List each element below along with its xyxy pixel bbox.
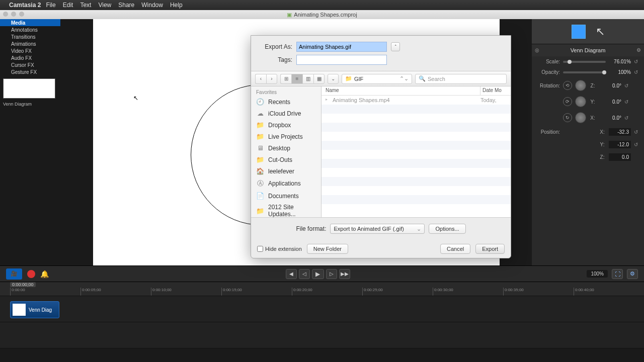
- play-button[interactable]: ▶: [312, 269, 324, 279]
- playhead[interactable]: 0:00:00;00: [10, 282, 36, 287]
- opacity-reset[interactable]: ↺: [634, 69, 640, 75]
- rotation-x-wheel[interactable]: [575, 112, 586, 123]
- file-list: Name Date Mo Animating Shapes.mp4 Today,: [321, 86, 511, 217]
- rotation-z-icon: ⟲: [563, 81, 572, 90]
- fav-recents[interactable]: 🕘Recents: [251, 96, 321, 108]
- menu-edit[interactable]: Edit: [63, 2, 73, 9]
- position-x-reset[interactable]: ↺: [634, 129, 640, 135]
- fav-liveprojects[interactable]: 📁Live Projects: [251, 131, 321, 142]
- menu-help[interactable]: Help: [170, 2, 183, 9]
- window-controls[interactable]: [3, 12, 24, 17]
- hide-extension-checkbox[interactable]: Hide extension: [257, 246, 302, 252]
- rotation-x-icon: ↻: [563, 113, 572, 122]
- position-z-input[interactable]: [609, 153, 631, 161]
- axis-z: Z:: [589, 83, 596, 88]
- position-y-reset[interactable]: ↺: [634, 142, 640, 147]
- menu-share[interactable]: Share: [118, 2, 134, 9]
- rotation-z-reset[interactable]: ↺: [624, 83, 630, 88]
- rotation-y-reset[interactable]: ↺: [624, 99, 630, 105]
- fav-2012[interactable]: 📁2012 Site Updates...: [251, 202, 321, 217]
- tab-annotations[interactable]: Annotations: [0, 26, 60, 33]
- rotation-z-wheel[interactable]: [575, 80, 586, 91]
- properties-panel: ↖ ◎ Venn Diagram ⚙ Scale: 76.01% ↺ Opaci…: [532, 19, 644, 265]
- media-thumbnail[interactable]: [3, 78, 55, 99]
- menu-text[interactable]: Text: [80, 2, 91, 9]
- view-icon-button[interactable]: ⊞: [280, 74, 291, 84]
- bell-icon[interactable]: 🔔: [40, 270, 49, 278]
- app-name[interactable]: Camtasia 2: [9, 2, 41, 9]
- position-label: Position:: [536, 129, 560, 135]
- export-as-input[interactable]: [296, 42, 387, 52]
- cancel-button[interactable]: Cancel: [440, 244, 470, 254]
- scale-reset[interactable]: ↺: [634, 59, 640, 64]
- group-button[interactable]: ⌄: [328, 74, 339, 84]
- opacity-value: 100%: [609, 69, 631, 75]
- timeline-ruler[interactable]: 0:00:00;00 0:00:00 0:00:05;00 0:00:10;00…: [0, 282, 644, 296]
- crop-button[interactable]: ⛶: [612, 269, 623, 279]
- menu-view[interactable]: View: [98, 2, 111, 9]
- favorites-header: Favorites: [251, 88, 321, 96]
- rotation-x-reset[interactable]: ↺: [624, 115, 630, 121]
- view-list-button[interactable]: ≡: [291, 74, 302, 84]
- target-icon[interactable]: ◎: [535, 47, 539, 53]
- step-forward-button[interactable]: ▷: [326, 269, 337, 279]
- scale-label: Scale:: [536, 59, 560, 64]
- fav-dropbox[interactable]: 📁Dropbox: [251, 119, 321, 131]
- track-1[interactable]: Venn Diag: [0, 296, 644, 322]
- rotation-x-value: 0.0°: [599, 115, 621, 121]
- view-gallery-button[interactable]: ▦: [313, 74, 325, 84]
- export-dialog: Export As: ˄ Tags: ‹ › ⊞ ≡: [251, 35, 511, 258]
- format-select[interactable]: Export to Animated GIF (.gif)⌄: [330, 224, 425, 234]
- opacity-slider[interactable]: [563, 71, 606, 73]
- tab-cursorfx[interactable]: Cursor FX: [0, 61, 60, 68]
- timeline: 0:00:00;00 0:00:00 0:00:05;00 0:00:10;00…: [0, 282, 644, 362]
- fav-documents[interactable]: 📄Documents: [251, 190, 321, 202]
- position-y-input[interactable]: [609, 141, 631, 148]
- nav-forward-button[interactable]: ›: [266, 74, 277, 84]
- fav-home[interactable]: 🏠leelefever: [251, 165, 321, 177]
- tab-gesturefx[interactable]: Gesture FX: [0, 68, 60, 75]
- nav-back-button[interactable]: ‹: [255, 74, 266, 84]
- collapse-button[interactable]: ˄: [391, 42, 400, 51]
- prev-frame-button[interactable]: ◀: [286, 269, 297, 279]
- tags-label: Tags:: [259, 56, 292, 63]
- view-column-button[interactable]: ▥: [302, 74, 313, 84]
- rotation-y-wheel[interactable]: [575, 96, 586, 107]
- export-as-label: Export As:: [259, 43, 292, 50]
- cursor-tool-icon[interactable]: ↖: [596, 25, 605, 38]
- tags-input[interactable]: [296, 55, 387, 65]
- gear-icon[interactable]: ⚙: [636, 47, 641, 53]
- fav-desktop[interactable]: 🖥Desktop: [251, 142, 321, 154]
- menu-window[interactable]: Window: [141, 2, 163, 9]
- record-button[interactable]: [27, 270, 35, 278]
- folder-select[interactable]: 📁 GIF ⌃⌄: [342, 74, 412, 84]
- col-name[interactable]: Name: [321, 86, 480, 95]
- clip-venn[interactable]: Venn Diag: [10, 301, 59, 318]
- device-button[interactable]: 🎥: [6, 268, 22, 280]
- step-back-button[interactable]: ◁: [299, 269, 310, 279]
- zoom-display[interactable]: 100%: [587, 270, 608, 278]
- menu-file[interactable]: File: [46, 2, 55, 9]
- selection-thumb[interactable]: [572, 25, 586, 39]
- tab-media[interactable]: Media: [0, 19, 60, 26]
- canvas-area: ↖ Export As: ˄ Tags:: [60, 19, 532, 265]
- search-input[interactable]: 🔍 Search: [415, 74, 507, 84]
- position-x-input[interactable]: [609, 128, 631, 136]
- fav-cutouts[interactable]: 📁Cut-Outs: [251, 154, 321, 165]
- tab-transitions[interactable]: Transitions: [0, 33, 60, 40]
- options-button[interactable]: Options...: [429, 224, 465, 234]
- tab-animations[interactable]: Animations: [0, 40, 60, 47]
- new-folder-button[interactable]: New Folder: [307, 244, 348, 254]
- tab-audiofx[interactable]: Audio FX: [0, 54, 60, 61]
- settings-button[interactable]: ⚙: [627, 269, 638, 279]
- next-frame-button[interactable]: ▶▶: [339, 269, 350, 279]
- fav-applications[interactable]: ⒶApplications: [251, 177, 321, 190]
- fav-icloud[interactable]: ☁iCloud Drive: [251, 108, 321, 119]
- scale-slider[interactable]: [563, 61, 606, 63]
- file-row[interactable]: Animating Shapes.mp4 Today,: [321, 96, 511, 105]
- export-button[interactable]: Export: [475, 244, 505, 254]
- track-2[interactable]: [0, 322, 644, 348]
- tab-videofx[interactable]: Video FX: [0, 47, 60, 54]
- opacity-label: Opacity:: [536, 69, 560, 75]
- col-date[interactable]: Date Mo: [480, 86, 511, 95]
